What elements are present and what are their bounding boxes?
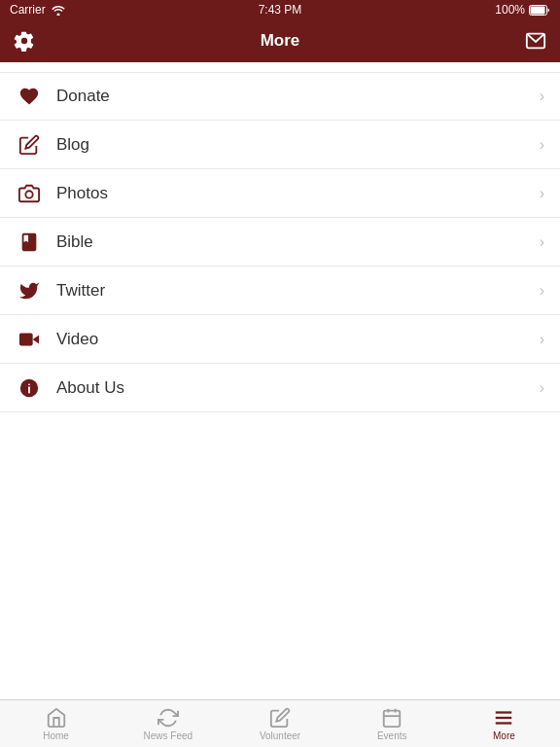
video-chevron: › bbox=[540, 331, 544, 348]
tab-home[interactable]: Home bbox=[0, 700, 112, 747]
nav-bar: More bbox=[0, 19, 560, 62]
status-bar: Carrier 7:43 PM 100% bbox=[0, 0, 560, 19]
menu-item-donate[interactable]: Donate › bbox=[0, 72, 560, 121]
svg-marker-4 bbox=[33, 335, 39, 343]
svg-rect-5 bbox=[19, 333, 33, 345]
svg-rect-1 bbox=[531, 6, 545, 14]
home-tab-label: Home bbox=[43, 730, 69, 741]
menu-item-bible[interactable]: Bible › bbox=[0, 218, 560, 267]
tab-events[interactable]: Events bbox=[336, 700, 448, 747]
about-us-label: About Us bbox=[56, 378, 540, 398]
menu-item-photos[interactable]: Photos › bbox=[0, 169, 560, 218]
gear-icon bbox=[14, 30, 35, 52]
volunteer-tab-label: Volunteer bbox=[260, 730, 300, 741]
wifi-icon bbox=[51, 4, 66, 16]
photos-label: Photos bbox=[56, 184, 540, 203]
menu-item-blog[interactable]: Blog › bbox=[0, 121, 560, 169]
photos-chevron: › bbox=[540, 185, 544, 202]
status-time: 7:43 PM bbox=[259, 3, 302, 17]
twitter-icon bbox=[16, 277, 43, 304]
mail-button[interactable] bbox=[525, 30, 546, 52]
bible-chevron: › bbox=[540, 233, 544, 251]
about-us-chevron: › bbox=[540, 379, 544, 397]
battery-icon bbox=[529, 5, 550, 16]
menu-list: Donate › Blog › Photos › Bible › bbox=[0, 72, 560, 412]
video-icon bbox=[16, 326, 43, 353]
menu-item-twitter[interactable]: Twitter › bbox=[0, 267, 560, 315]
donate-icon bbox=[16, 83, 43, 110]
video-label: Video bbox=[56, 330, 540, 349]
donate-chevron: › bbox=[540, 88, 544, 105]
home-tab-icon bbox=[46, 707, 67, 729]
tab-bar: Home News Feed Volunteer Events bbox=[0, 699, 560, 747]
blog-icon bbox=[16, 131, 43, 159]
events-tab-label: Events bbox=[377, 730, 407, 741]
carrier-label: Carrier bbox=[10, 3, 46, 17]
blog-label: Blog bbox=[56, 135, 540, 155]
twitter-label: Twitter bbox=[56, 281, 540, 301]
tab-volunteer[interactable]: Volunteer bbox=[224, 700, 335, 747]
svg-point-3 bbox=[25, 191, 32, 197]
tab-news-feed[interactable]: News Feed bbox=[112, 700, 224, 747]
twitter-chevron: › bbox=[540, 282, 544, 300]
battery-percent: 100% bbox=[495, 3, 525, 17]
page-title: More bbox=[261, 31, 300, 51]
about-us-icon bbox=[16, 374, 43, 402]
more-tab-label: More bbox=[493, 730, 515, 741]
status-right: 100% bbox=[495, 3, 550, 17]
menu-item-video[interactable]: Video › bbox=[0, 315, 560, 364]
events-tab-icon bbox=[381, 707, 402, 729]
status-left: Carrier bbox=[10, 3, 66, 17]
menu-item-about-us[interactable]: About Us › bbox=[0, 364, 560, 412]
bible-label: Bible bbox=[56, 232, 540, 252]
news-feed-tab-icon bbox=[158, 707, 179, 729]
bible-icon bbox=[16, 229, 43, 256]
tab-more[interactable]: More bbox=[448, 700, 560, 747]
donate-label: Donate bbox=[56, 87, 540, 106]
blog-chevron: › bbox=[540, 136, 544, 154]
volunteer-tab-icon bbox=[269, 707, 291, 729]
photos-icon bbox=[16, 180, 43, 207]
mail-icon bbox=[525, 30, 546, 52]
more-tab-icon bbox=[493, 707, 514, 729]
settings-button[interactable] bbox=[14, 30, 35, 52]
svg-rect-9 bbox=[384, 710, 401, 727]
news-feed-tab-label: News Feed bbox=[144, 730, 193, 741]
